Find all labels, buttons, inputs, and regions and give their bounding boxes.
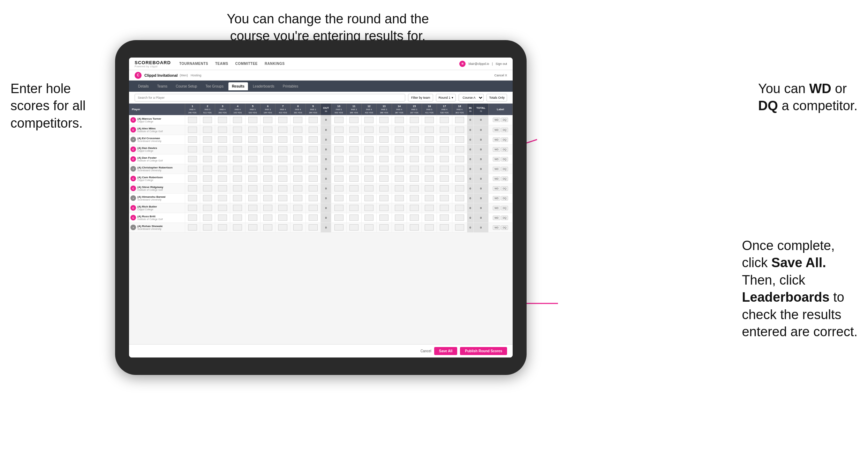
wd-button[interactable]: WD <box>493 147 500 152</box>
hole-7-input[interactable] <box>278 195 287 201</box>
hole-15-score[interactable] <box>407 164 422 174</box>
hole-14-input[interactable] <box>395 224 404 231</box>
hole-5-input[interactable] <box>248 185 257 191</box>
hole-7-input[interactable] <box>278 175 287 182</box>
hole-12-score[interactable] <box>361 183 376 193</box>
hole-5-score[interactable] <box>245 154 260 164</box>
hole-17-score[interactable] <box>437 183 452 193</box>
hole-7-input[interactable] <box>278 136 287 143</box>
hole-14-score[interactable] <box>392 115 407 125</box>
hole-18-input[interactable] <box>455 185 464 191</box>
hole-9-input[interactable] <box>309 136 318 143</box>
hole-17-score[interactable] <box>437 223 452 232</box>
hole-1-input[interactable] <box>188 136 197 143</box>
hole-11-input[interactable] <box>349 224 358 231</box>
hole-5-score[interactable] <box>245 193 260 203</box>
hole-3-score[interactable] <box>215 125 230 135</box>
hole-16-score[interactable] <box>422 164 437 174</box>
hole-7-input[interactable] <box>278 224 287 231</box>
hole-17-input[interactable] <box>440 224 449 231</box>
hole-3-input[interactable] <box>218 185 227 191</box>
hole-5-input[interactable] <box>248 117 257 123</box>
hole-14-input[interactable] <box>395 156 404 162</box>
hole-9-score[interactable] <box>305 193 320 203</box>
hole-11-score[interactable] <box>346 203 361 213</box>
hole-14-input[interactable] <box>395 166 404 172</box>
hole-4-score[interactable] <box>230 144 245 154</box>
hole-11-input[interactable] <box>349 214 358 221</box>
hole-3-score[interactable] <box>215 115 230 125</box>
hole-11-score[interactable] <box>346 174 361 183</box>
hole-12-input[interactable] <box>364 127 373 133</box>
hole-12-input[interactable] <box>364 195 373 201</box>
hole-15-input[interactable] <box>410 136 419 143</box>
search-player-input[interactable] <box>135 94 405 101</box>
tab-details[interactable]: Details <box>135 82 152 90</box>
hole-17-input[interactable] <box>440 166 449 172</box>
wd-button[interactable]: WD <box>493 216 500 220</box>
hole-16-score[interactable] <box>422 174 437 183</box>
hole-16-input[interactable] <box>425 156 434 162</box>
hole-1-score[interactable] <box>185 223 200 232</box>
hole-5-score[interactable] <box>245 223 260 232</box>
hole-17-score[interactable] <box>437 203 452 213</box>
hole-1-score[interactable] <box>185 154 200 164</box>
hole-2-score[interactable] <box>200 164 215 174</box>
hole-11-input[interactable] <box>349 166 358 172</box>
hole-4-input[interactable] <box>233 156 242 162</box>
hole-11-input[interactable] <box>349 146 358 152</box>
hole-7-score[interactable] <box>276 135 290 144</box>
wd-button[interactable]: WD <box>493 128 500 132</box>
hole-15-score[interactable] <box>407 183 422 193</box>
hole-10-input[interactable] <box>334 175 344 182</box>
hole-3-input[interactable] <box>218 117 227 123</box>
hole-9-score[interactable] <box>305 164 320 174</box>
hole-17-input[interactable] <box>440 214 449 221</box>
hole-9-input[interactable] <box>309 214 318 221</box>
hole-17-score[interactable] <box>437 193 452 203</box>
hole-12-input[interactable] <box>364 166 373 172</box>
dq-button[interactable]: DQ <box>501 128 508 132</box>
hole-9-score[interactable] <box>305 203 320 213</box>
hole-17-input[interactable] <box>440 205 449 211</box>
hole-5-score[interactable] <box>245 174 260 183</box>
hole-6-score[interactable] <box>260 164 275 174</box>
hole-1-input[interactable] <box>188 146 197 152</box>
nav-teams[interactable]: TEAMS <box>215 62 228 66</box>
hole-10-input[interactable] <box>334 146 344 152</box>
cancel-button[interactable]: Cancel <box>421 349 431 353</box>
wd-button[interactable]: WD <box>493 206 500 210</box>
hole-5-score[interactable] <box>245 125 260 135</box>
hole-6-input[interactable] <box>263 205 272 211</box>
hole-16-input[interactable] <box>425 214 434 221</box>
hole-12-score[interactable] <box>361 125 376 135</box>
hole-15-score[interactable] <box>407 144 422 154</box>
hole-1-input[interactable] <box>188 117 197 123</box>
hole-6-score[interactable] <box>260 193 275 203</box>
hole-12-input[interactable] <box>364 175 373 182</box>
hole-17-score[interactable] <box>437 125 452 135</box>
hole-5-score[interactable] <box>245 213 260 223</box>
hole-9-input[interactable] <box>309 166 318 172</box>
hole-18-score[interactable] <box>452 125 467 135</box>
hole-16-input[interactable] <box>425 224 434 231</box>
hole-4-input[interactable] <box>233 166 242 172</box>
hole-5-input[interactable] <box>248 146 257 152</box>
hole-13-score[interactable] <box>377 193 392 203</box>
hole-1-score[interactable] <box>185 183 200 193</box>
hole-12-input[interactable] <box>364 146 373 152</box>
hole-12-score[interactable] <box>361 203 376 213</box>
tab-tee-groups[interactable]: Tee Groups <box>202 82 227 90</box>
hole-10-score[interactable] <box>331 183 346 193</box>
hole-4-input[interactable] <box>233 205 242 211</box>
hole-13-score[interactable] <box>377 144 392 154</box>
hole-1-score[interactable] <box>185 213 200 223</box>
wd-button[interactable]: WD <box>493 137 500 142</box>
hole-13-score[interactable] <box>377 183 392 193</box>
hole-11-input[interactable] <box>349 156 358 162</box>
hole-18-input[interactable] <box>455 214 464 221</box>
hole-7-score[interactable] <box>276 174 290 183</box>
hole-6-score[interactable] <box>260 154 275 164</box>
hole-4-score[interactable] <box>230 183 245 193</box>
hole-2-score[interactable] <box>200 223 215 232</box>
